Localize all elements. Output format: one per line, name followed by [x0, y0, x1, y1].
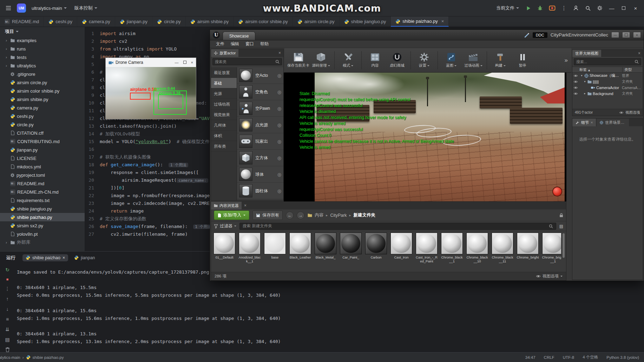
unreal-editor-window[interactable]: U Showcase DDC CityParkEnvironmentCollec…: [210, 29, 644, 281]
breadcrumb-project[interactable]: ultralytics-main: [0, 355, 20, 360]
toolbar-content-button[interactable]: 内容: [364, 49, 386, 71]
expand-arrow-icon[interactable]: ▾: [583, 80, 586, 83]
line-number[interactable]: 23: [85, 200, 100, 207]
maximize-button[interactable]: [619, 3, 629, 13]
grab-handle-icon[interactable]: ◎: [277, 155, 281, 161]
line-number[interactable]: 27: [85, 230, 100, 238]
status-breadcrumb[interactable]: ultralytics-main › shibie paizhao.py: [0, 355, 64, 360]
scrollbar-thumb[interactable]: [563, 233, 565, 258]
line-number[interactable]: 13: [85, 122, 100, 130]
grab-handle-icon[interactable]: ◎: [277, 188, 281, 194]
menu-item[interactable]: 窗口: [242, 40, 257, 48]
line-number[interactable]: 8: [85, 84, 100, 92]
place-category[interactable]: 几何体: [211, 120, 237, 130]
line-number[interactable]: 10: [85, 99, 100, 107]
editor-tab[interactable]: circle.py: [152, 16, 186, 27]
menu-item[interactable]: 文件: [213, 40, 228, 48]
ue-close-button[interactable]: ×: [633, 32, 641, 38]
asset-tile[interactable]: Chrome_bright: [516, 233, 539, 259]
close-button[interactable]: ×: [191, 60, 193, 65]
search-icon[interactable]: [583, 3, 593, 13]
viewport[interactable]: State: DisarmedrequestApiControl() must …: [284, 73, 566, 201]
view-settings-icon[interactable]: ▤: [559, 224, 563, 229]
line-number[interactable]: 11: [85, 107, 100, 115]
ue-maximize-button[interactable]: [622, 32, 630, 38]
project-tree-item[interactable]: › 外部库: [0, 238, 85, 247]
drone-window-titlebar[interactable]: Drone Camera — ×: [106, 58, 196, 67]
editor-tab[interactable]: camera.py: [77, 16, 115, 27]
editor-tab[interactable]: jianpan.py: [115, 16, 152, 27]
maximize-button[interactable]: [183, 60, 186, 65]
outliner-row[interactable]: ▾ |||||| 文件夹: [572, 79, 643, 85]
grab-handle-icon[interactable]: ◎: [277, 89, 281, 95]
outliner-row[interactable]: ▸ Background 文件夹: [572, 90, 643, 96]
expand-chevron-icon[interactable]: ›: [4, 55, 8, 59]
asset-tile[interactable]: Chrome_bright__1: [541, 233, 561, 263]
line-number[interactable]: 15: [85, 138, 100, 146]
asset-tile[interactable]: Chrome_black__1: [440, 233, 464, 263]
visibility-toggle[interactable]: [573, 80, 578, 83]
line-number[interactable]: 17: [85, 153, 100, 161]
record-button[interactable]: [552, 187, 562, 196]
content-browser-tab[interactable]: 内容浏览器: [211, 202, 242, 209]
project-tree-item[interactable]: LICENSE: [0, 154, 85, 162]
project-tree-item[interactable]: shibie paizhao.py: [0, 213, 85, 221]
ue-titlebar[interactable]: U Showcase DDC CityParkEnvironmentCollec…: [210, 30, 644, 40]
grab-handle-icon[interactable]: ◎: [277, 122, 281, 128]
debug-bug-icon[interactable]: [535, 3, 545, 13]
up-stack-icon[interactable]: ↑: [6, 296, 9, 302]
project-tree-item[interactable]: pyproject.toml: [0, 171, 85, 179]
line-number[interactable]: 21: [85, 184, 100, 192]
rerun-button[interactable]: ↻: [5, 267, 9, 273]
project-tree-item[interactable]: M↓ CONTRIBUTING.md: [0, 137, 85, 146]
line-number[interactable]: 1: [85, 30, 100, 38]
asset-tile[interactable]: Cast_Iron: [390, 233, 413, 259]
clear-all-icon[interactable]: [5, 347, 10, 352]
asset-tile[interactable]: Car_Paint_: [339, 233, 362, 259]
project-tree-item[interactable]: M↓ README.md: [0, 179, 85, 188]
close-icon[interactable]: ×: [276, 49, 283, 57]
profile-icon[interactable]: [571, 3, 581, 13]
expand-chevron-icon[interactable]: ›: [4, 38, 8, 42]
close-button[interactable]: ×: [631, 3, 640, 13]
asset-tile[interactable]: Chrome_black__10: [466, 233, 489, 263]
place-category[interactable]: 最近放置: [211, 67, 237, 78]
toolbar-build-button[interactable]: 构建: [490, 49, 511, 71]
project-tree-item[interactable]: airsim color shibie.py: [0, 87, 85, 95]
back-button[interactable]: ←: [286, 212, 294, 219]
line-number[interactable]: 5: [85, 61, 100, 68]
asset-tile[interactable]: Black_Leather: [289, 233, 312, 259]
outliner-row[interactable]: ▾ Showcase（编辑器世界） 世界: [572, 73, 643, 79]
main-menu-icon[interactable]: [4, 3, 13, 13]
close-icon[interactable]: ×: [636, 50, 643, 57]
line-number[interactable]: 20: [85, 176, 100, 184]
breadcrumb-file[interactable]: shibie paizhao.py: [33, 355, 64, 360]
asset-tile[interactable]: base: [263, 233, 287, 259]
line-number[interactable]: 6: [85, 68, 100, 76]
status-widget[interactable]: 34:47: [525, 355, 535, 360]
project-tree-item[interactable]: › examples: [0, 36, 85, 45]
ue-level-tab[interactable]: Showcase: [223, 32, 255, 40]
scroll-to-end-icon[interactable]: ⇊: [5, 327, 9, 332]
toolbar-source-control-button[interactable]: 源码管理: [310, 49, 331, 71]
status-widget[interactable]: 4 个空格: [583, 355, 598, 360]
menu-item[interactable]: 编辑: [228, 40, 242, 48]
run-button[interactable]: [523, 3, 533, 13]
more-icon[interactable]: ⋮: [5, 286, 10, 291]
line-number[interactable]: 19: [85, 169, 100, 176]
expand-arrow-icon[interactable]: ▸: [583, 92, 586, 95]
forward-button[interactable]: →: [297, 212, 304, 219]
expand-chevron-icon[interactable]: ›: [4, 63, 8, 68]
place-category[interactable]: 视觉效果: [211, 109, 237, 120]
label-column-header[interactable]: 标签: [579, 67, 587, 72]
project-tree-item[interactable]: › runs: [0, 45, 85, 53]
place-search-input[interactable]: 搜索类: [212, 58, 282, 65]
project-tree-item[interactable]: airsim circle.py: [0, 78, 85, 87]
line-number[interactable]: 26: [85, 223, 100, 230]
save-all-button[interactable]: 保存所有: [252, 210, 283, 220]
line-number[interactable]: 3: [85, 45, 100, 53]
place-item[interactable]: 立方体 ◎: [237, 150, 283, 166]
outliner-column-headers[interactable]: 标签▴ 类型: [572, 67, 643, 73]
project-tree-item[interactable]: › tests: [0, 53, 85, 61]
bandicam-rec-icon[interactable]: [547, 3, 557, 13]
